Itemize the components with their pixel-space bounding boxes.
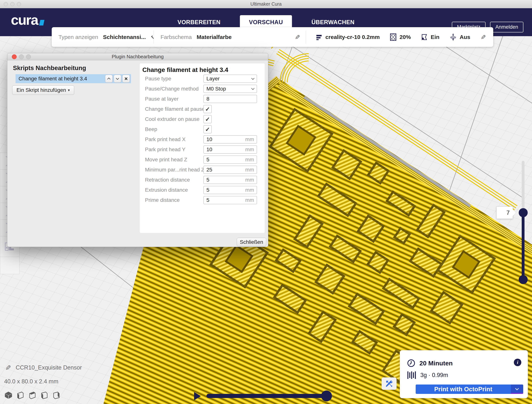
field-value: 5 [206, 157, 245, 163]
print-settings-section[interactable]: creality-cr-10 0.2mm 20% Ein [306, 31, 493, 44]
field-value: M0 Stop [206, 86, 252, 92]
view-front-icon[interactable] [16, 391, 25, 399]
infill-icon [390, 33, 397, 41]
dialog-zoom-icon[interactable] [26, 54, 31, 59]
checkmark-icon: ✓ [205, 116, 210, 122]
field-input[interactable]: 25mm [203, 166, 257, 174]
chevron-down-icon [251, 87, 254, 90]
dialog-minimize-icon[interactable] [19, 54, 24, 59]
edit-print-settings-icon[interactable]: ✎ [479, 34, 487, 40]
form-row: Pause at layer 8 [140, 95, 265, 103]
field-value: 25 [206, 167, 245, 173]
form-row: Change filament at pause ✓ [140, 105, 265, 113]
layer-slider-range[interactable] [522, 213, 525, 280]
close-icon: × [124, 76, 128, 82]
cura-logo-dot [39, 20, 44, 26]
form-row: Pause/Change method M0 Stop [140, 85, 265, 93]
field-input[interactable]: 5mm [203, 186, 257, 194]
field-label: Pause/Change method [140, 86, 203, 92]
field-label: Pause type [140, 76, 203, 82]
field-value: 5 [206, 187, 245, 193]
stage-menu-bar: Typen anzeigen Schichtenansi... Farbsche… [52, 27, 493, 47]
camera-view-buttons [4, 391, 61, 399]
field-label: Minimum par...rint head Z [140, 167, 203, 173]
printer-profile: creality-cr-10 0.2mm [325, 34, 380, 40]
print-options-dropdown[interactable] [511, 385, 523, 394]
field-unit: mm [245, 136, 254, 142]
infill-value: 20% [399, 34, 411, 40]
form-row: Move print head Z 5mm [140, 155, 265, 164]
move-script-up-button[interactable] [105, 75, 113, 83]
field-value: 5 [206, 177, 245, 183]
field-input[interactable]: 5mm [203, 176, 257, 184]
signin-button[interactable]: Anmelden [490, 22, 523, 32]
add-script-button[interactable]: Ein Skript hinzufügen ▾ [12, 85, 74, 95]
rename-model-icon[interactable]: ✎ [4, 365, 12, 371]
dialog-titlebar[interactable]: Plugin Nachbearbeitung [7, 53, 268, 60]
script-settings-heading: Change filament at height 3.4 [140, 63, 265, 73]
field-select[interactable]: M0 Stop [203, 85, 257, 93]
dialog-close-icon[interactable] [12, 54, 17, 59]
field-input[interactable]: 5mm [203, 155, 257, 164]
layer-slider-track[interactable] [522, 161, 525, 215]
simulation-slider-track[interactable] [206, 394, 328, 398]
field-checkbox[interactable]: ✓ [203, 125, 212, 133]
form-row: Park print head X 10mm [140, 135, 265, 144]
field-input[interactable]: 10mm [203, 145, 257, 154]
dialog-title: Plugin Nachbearbeitung [7, 53, 268, 60]
material-usage-icon [407, 371, 416, 379]
field-label: Extrusion distance [140, 187, 203, 193]
skirt-corner [271, 45, 309, 83]
color-scheme-value[interactable]: Materialfarbe [197, 34, 232, 40]
model-info: ✎ CCR10_Exquisite Densor 40.0 x 80.0 x 2… [0, 364, 82, 385]
add-script-label: Ein Skript hinzufügen [17, 87, 66, 93]
field-value: 10 [206, 147, 245, 153]
chevron-up-icon [107, 77, 111, 81]
remove-script-button[interactable]: × [122, 75, 130, 83]
field-checkbox[interactable]: ✓ [203, 105, 212, 113]
view-top-icon[interactable] [28, 391, 37, 399]
adhesion-value: Aus [460, 34, 470, 40]
close-dialog-button[interactable]: Schließen [237, 238, 266, 246]
play-button[interactable] [194, 392, 201, 400]
form-row: Cool extruder on pause ✓ [140, 115, 265, 123]
info-icon[interactable]: i [514, 359, 521, 366]
model-name: CCR10_Exquisite Densor [16, 364, 82, 371]
view-left-icon[interactable] [40, 391, 49, 399]
checkmark-icon: ✓ [205, 106, 210, 112]
form-row: Retraction distance 5mm [140, 176, 265, 184]
checkmark-icon: ✓ [205, 126, 210, 133]
print-settings-tools-button[interactable] [382, 377, 397, 390]
move-script-down-button[interactable] [114, 75, 121, 83]
color-scheme-section[interactable]: Farbschema Materialfarbe ✎ [154, 31, 306, 44]
field-checkbox[interactable]: ✓ [203, 115, 212, 123]
field-label: Prime distance [140, 197, 203, 203]
layer-slider-upper-handle[interactable] [519, 208, 528, 217]
field-input[interactable]: 8 [203, 95, 257, 103]
field-unit: mm [245, 167, 254, 173]
view-type-section[interactable]: Typen anzeigen Schichtenansi... [52, 31, 154, 44]
view-right-icon[interactable] [52, 391, 61, 399]
simulation-slider-handle[interactable] [321, 391, 332, 401]
post-processing-dialog: Plugin Nachbearbeitung Skripts Nachbearb… [7, 53, 268, 247]
layer-slider-lower-handle[interactable] [519, 275, 528, 284]
form-row: Pause type Layer [140, 75, 265, 83]
field-input[interactable]: 10mm [203, 135, 257, 144]
print-with-octoprint-button[interactable]: Print with OctoPrint [416, 385, 511, 394]
selected-script-row[interactable]: Change filament at height 3.4 × [16, 74, 131, 83]
field-unit: mm [245, 197, 254, 203]
field-select[interactable]: Layer [203, 75, 257, 83]
print-time-estimate: 20 Minuten [419, 359, 453, 367]
dialog-window-controls [12, 54, 31, 59]
view-3d-icon[interactable] [4, 391, 13, 399]
field-value: 10 [206, 136, 245, 142]
support-value: Ein [431, 34, 439, 40]
view-type-value[interactable]: Schichtenansi... [103, 34, 146, 40]
field-label: Park print head Y [140, 147, 203, 153]
window-titlebar: Ultimaker Cura [0, 0, 532, 8]
form-row: Prime distance 5mm [140, 196, 265, 204]
field-input[interactable]: 5mm [203, 196, 257, 204]
edit-color-scheme-icon[interactable]: ✎ [294, 34, 301, 40]
field-unit: mm [245, 147, 254, 153]
layer-indicator: 7 [496, 206, 513, 219]
